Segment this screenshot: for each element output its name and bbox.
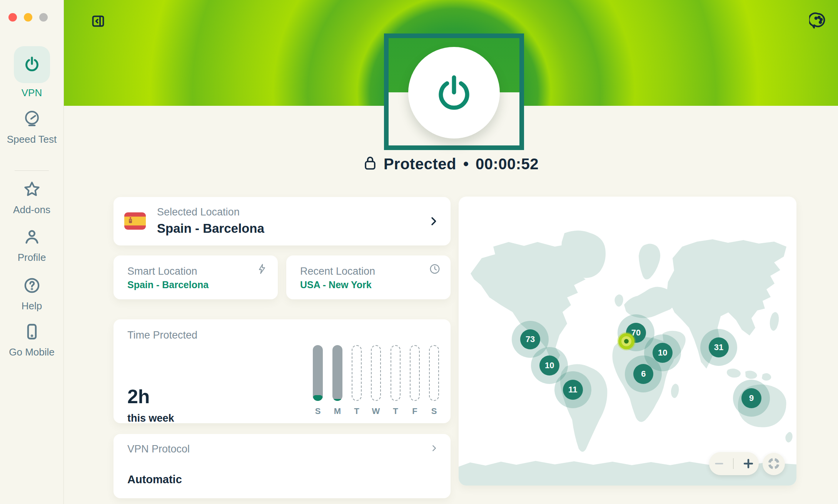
power-icon xyxy=(432,70,476,115)
selected-location-value: Spain - Barcelona xyxy=(157,221,264,236)
sidebar-item-label: Add-ons xyxy=(13,204,50,216)
day-label: M xyxy=(332,406,342,416)
day-label: T xyxy=(352,406,362,416)
vpn-protocol-card[interactable]: VPN Protocol Automatic xyxy=(114,434,451,498)
lightning-icon xyxy=(256,263,268,276)
protected-segment xyxy=(332,399,342,401)
server-count: 9 xyxy=(741,388,761,408)
day-bar-6 xyxy=(429,345,439,401)
smart-location-card[interactable]: Smart Location Spain - Barcelona xyxy=(114,255,278,299)
minus-icon xyxy=(713,465,725,471)
sidebar-item-label: Go Mobile xyxy=(9,346,55,358)
vpn-protocol-label: VPN Protocol xyxy=(127,443,190,455)
server-count: 10 xyxy=(653,343,673,363)
star-icon xyxy=(23,180,41,200)
day-label: S xyxy=(313,406,323,416)
server-count: 31 xyxy=(709,337,729,357)
recent-location-value: USA - New York xyxy=(300,279,372,290)
smart-location-label: Smart Location xyxy=(127,265,197,277)
controls-divider xyxy=(733,458,734,469)
clock-icon xyxy=(429,263,441,276)
zoom-in-button[interactable] xyxy=(742,457,755,470)
day-label: T xyxy=(391,406,401,416)
day-bar-0 xyxy=(313,345,323,401)
power-toggle-button[interactable] xyxy=(408,47,500,139)
connection-status: Protected • 00:00:52 xyxy=(63,154,838,174)
sidebar-item-add-ons[interactable]: Add-ons xyxy=(0,180,63,216)
server-count: 11 xyxy=(563,380,583,400)
sidebar-item-help[interactable]: Help xyxy=(0,276,63,312)
power-button-frame xyxy=(384,33,524,150)
main-area: Protected • 00:00:52 Select xyxy=(63,0,838,504)
close-window-button[interactable] xyxy=(8,13,17,22)
speedometer-icon xyxy=(22,109,42,130)
day-bar-1 xyxy=(332,345,342,401)
locate-icon xyxy=(767,457,780,471)
server-bubble-south-america[interactable]: 11 xyxy=(554,371,591,408)
sidebar-item-label: Speed Test xyxy=(7,134,57,145)
collapse-sidebar-button[interactable] xyxy=(90,14,106,28)
day-bar-3 xyxy=(371,345,381,401)
world-map-card: 73101170610319 xyxy=(459,197,796,486)
vpn-protocol-value: Automatic xyxy=(127,473,182,486)
sidebar-item-label: Help xyxy=(22,300,42,312)
expressvpn-window: VPN Speed Test Add-ons xyxy=(0,0,838,504)
selected-location-card[interactable]: Selected Location Spain - Barcelona xyxy=(114,197,451,245)
fullscreen-window-button[interactable] xyxy=(39,13,48,22)
collapse-sidebar-icon xyxy=(90,24,106,30)
status-label: Protected xyxy=(384,155,456,173)
sidebar-item-profile[interactable]: Profile xyxy=(0,228,63,264)
selected-location-label: Selected Location xyxy=(157,206,264,218)
server-bubble-australia[interactable]: 9 xyxy=(733,380,770,417)
minimize-window-button[interactable] xyxy=(24,13,32,22)
window-controls xyxy=(8,13,48,22)
sidebar-item-go-mobile[interactable]: Go Mobile xyxy=(0,322,63,358)
recent-location-card[interactable]: Recent Location USA - New York xyxy=(286,255,451,299)
chevron-right-icon xyxy=(429,443,439,455)
day-label: F xyxy=(410,406,420,416)
day-bar-2 xyxy=(352,345,362,401)
day-label: W xyxy=(371,406,381,416)
status-timer: 00:00:52 xyxy=(476,155,539,173)
chevron-right-icon xyxy=(427,215,440,229)
lock-icon xyxy=(363,155,377,173)
time-protected-card: Time Protected 2h this week SMTWTFS xyxy=(114,319,451,423)
palette-icon xyxy=(809,25,827,30)
server-count: 73 xyxy=(520,329,540,349)
protected-segment xyxy=(313,395,323,401)
smart-location-value: Spain - Barcelona xyxy=(127,279,209,290)
sidebar-item-label: VPN xyxy=(22,87,42,99)
weekly-bar-chart: SMTWTFS xyxy=(114,319,451,423)
sidebar-item-label: Profile xyxy=(18,252,46,264)
vpn-tile xyxy=(14,46,50,83)
spain-flag-icon xyxy=(124,212,146,231)
theme-button[interactable] xyxy=(809,12,827,29)
sidebar: VPN Speed Test Add-ons xyxy=(0,0,64,504)
day-bar-4 xyxy=(391,345,401,401)
power-icon xyxy=(23,55,41,75)
day-bar-5 xyxy=(410,345,420,401)
server-count: 10 xyxy=(539,355,559,375)
day-label: S xyxy=(429,406,439,416)
phone-icon xyxy=(23,322,41,342)
recent-location-label: Recent Location xyxy=(300,265,375,277)
server-bubble-asia[interactable]: 31 xyxy=(700,329,737,366)
server-bubble-middle-east[interactable]: 10 xyxy=(644,334,681,371)
plus-icon xyxy=(742,466,755,471)
person-icon xyxy=(23,228,41,248)
sidebar-item-speed-test[interactable]: Speed Test xyxy=(0,109,63,145)
status-separator: • xyxy=(463,155,469,173)
sidebar-item-vpn[interactable]: VPN xyxy=(0,46,63,99)
zoom-out-button[interactable] xyxy=(713,458,725,469)
question-icon xyxy=(23,276,41,296)
sidebar-divider xyxy=(15,170,49,171)
map-zoom-controls xyxy=(709,452,759,475)
locate-button[interactable] xyxy=(763,453,785,475)
